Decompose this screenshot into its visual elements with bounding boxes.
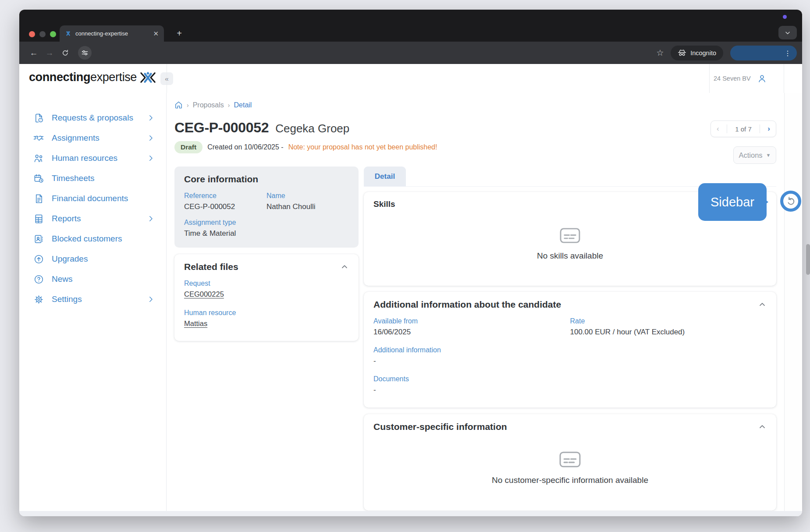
- sidebar-item-timesheets[interactable]: Timesheets: [19, 168, 166, 188]
- reference-value: CEG-P-000052: [184, 202, 266, 211]
- company-name: 24 Seven BV: [714, 75, 751, 82]
- capture-step-bubble[interactable]: [780, 191, 801, 212]
- status-badge: Draft: [174, 141, 202, 153]
- tab-title: connecting-expertise: [75, 30, 153, 37]
- close-window-button[interactable]: [29, 31, 35, 37]
- sidebar-tooltip-label: Sidebar: [711, 195, 754, 209]
- collapse-chevron-up-icon[interactable]: [758, 300, 767, 309]
- sidebar-item-label: Settings: [52, 294, 139, 304]
- chevron-right-icon: [147, 134, 155, 142]
- document-question-icon: ?: [33, 113, 44, 123]
- additional-information-label: Additional information: [373, 346, 767, 354]
- bookmark-star-icon[interactable]: ☆: [654, 47, 666, 59]
- assignment-type-field: Assignment type Time & Material: [184, 219, 349, 238]
- tab-search-button[interactable]: [778, 26, 797, 39]
- svg-text:?: ?: [40, 118, 42, 121]
- sidebar-item-news[interactable]: News: [19, 269, 166, 289]
- chevron-right-icon: [147, 295, 155, 303]
- breadcrumb-detail: Detail: [234, 101, 252, 109]
- connecting-expertise-logo: connectingexpertise: [29, 71, 156, 84]
- related-files-card: Related files Request CEG000225 Human re…: [174, 254, 359, 341]
- reference-label: Reference: [184, 192, 266, 200]
- new-tab-button[interactable]: +: [174, 28, 185, 39]
- home-icon[interactable]: [174, 101, 183, 109]
- human-resource-link[interactable]: Mattias: [184, 319, 349, 328]
- page-scrollbar-thumb[interactable]: [806, 244, 810, 275]
- incognito-icon: [678, 49, 686, 57]
- gear-icon: [33, 294, 44, 305]
- sidebar-item-label: Reports: [52, 214, 139, 223]
- browser-menu-icon[interactable]: ⋮: [784, 49, 791, 57]
- site-favicon: [65, 31, 71, 36]
- logo-text-light: expertise: [90, 71, 137, 84]
- sidebar-item-label: Blocked customers: [52, 234, 155, 244]
- header-divider: [709, 64, 710, 93]
- assignment-type-label: Assignment type: [184, 219, 349, 227]
- breadcrumb: › Proposals › Detail: [174, 101, 776, 109]
- back-button[interactable]: ←: [28, 47, 39, 59]
- minimize-window-button[interactable]: [39, 31, 46, 37]
- customer-specific-card: Customer-specific information No custome…: [364, 414, 776, 511]
- company-switcher[interactable]: 24 Seven BV: [714, 64, 767, 93]
- rate-field: Rate 100.00 EUR / hour (VAT Excluded): [570, 317, 767, 337]
- actions-button[interactable]: Actions ▼: [733, 146, 776, 164]
- name-label: Name: [266, 192, 349, 200]
- available-from-field: Available from 16/06/2025: [373, 317, 570, 337]
- sidebar-item-label: Human resources: [52, 153, 139, 163]
- status-row: Draft Created on 10/06/2025 - Note: your…: [174, 141, 776, 153]
- incognito-badge: Incognito: [671, 46, 723, 60]
- sidebar-item-requests-proposals[interactable]: ? Requests & proposals: [19, 108, 166, 128]
- chevron-right-icon: [147, 154, 155, 162]
- handshake-icon: [33, 133, 44, 143]
- tab-detail[interactable]: Detail: [364, 167, 406, 186]
- traffic-lights: [29, 31, 56, 37]
- actions-label: Actions: [739, 151, 763, 160]
- pager-next-icon[interactable]: ›: [767, 124, 770, 133]
- sidebar-item-blocked-customers[interactable]: Blocked customers: [19, 229, 166, 249]
- sidebar-item-upgrades[interactable]: Upgrades: [19, 249, 166, 269]
- forward-button[interactable]: →: [44, 47, 55, 59]
- tab-close-icon[interactable]: ✕: [153, 30, 159, 37]
- sidebar-item-label: Requests & proposals: [52, 113, 139, 123]
- additional-info-card: Additional information about the candida…: [364, 292, 776, 408]
- browser-tab[interactable]: connecting-expertise ✕: [60, 25, 164, 42]
- header-divider: [167, 64, 167, 93]
- chevron-right-icon: [147, 114, 155, 122]
- collapse-chevron-up-icon[interactable]: [758, 422, 767, 431]
- unpublished-note: Note: your proposal has not yet been pub…: [288, 143, 437, 151]
- browser-toolbar: ← → ☆ Incognito ⋮: [19, 42, 802, 64]
- collapse-chevron-up-icon[interactable]: [340, 262, 349, 271]
- rate-label: Rate: [570, 317, 767, 325]
- reload-button[interactable]: [60, 47, 71, 59]
- caret-down-icon: ▼: [766, 153, 771, 158]
- profile-pill[interactable]: ⋮: [730, 46, 797, 60]
- right-sidebar-gutter[interactable]: [784, 93, 802, 511]
- upgrade-circle-icon: [33, 254, 44, 264]
- browser-titlebar: connecting-expertise ✕ +: [19, 10, 802, 42]
- request-link[interactable]: CEG000225: [184, 290, 349, 298]
- human-resource-label: Human resource: [184, 309, 349, 317]
- assignment-type-value: Time & Material: [184, 229, 349, 238]
- window-bottom-strip: [19, 511, 802, 516]
- left-sidebar: ? Requests & proposals Assignments Human…: [19, 93, 167, 511]
- sidebar-item-settings[interactable]: Settings: [19, 289, 166, 309]
- human-resource-field: Human resource Mattias: [184, 309, 349, 328]
- sidebar-item-assignments[interactable]: Assignments: [19, 128, 166, 148]
- request-label: Request: [184, 280, 349, 287]
- pager-prev-icon[interactable]: ‹: [717, 124, 719, 133]
- breadcrumb-proposals[interactable]: Proposals: [193, 101, 224, 109]
- related-files-title: Related files: [184, 262, 238, 272]
- available-from-value: 16/06/2025: [373, 328, 570, 337]
- rate-value: 100.00 EUR / hour (VAT Excluded): [570, 328, 767, 337]
- chevron-right-icon: [147, 215, 155, 223]
- main-content: › Proposals › Detail CEG-P-000052 Cegeka…: [167, 93, 784, 511]
- documents-value: -: [373, 386, 767, 394]
- created-text: Created on 10/06/2025 -: [207, 143, 283, 151]
- sidebar-item-human-resources[interactable]: Human resources: [19, 148, 166, 168]
- sidebar-item-financial-documents[interactable]: Financial documents: [19, 188, 166, 209]
- name-field: Name Nathan Choulli: [266, 192, 349, 211]
- sidebar-item-reports[interactable]: Reports: [19, 209, 166, 229]
- search-tune-icon[interactable]: [78, 46, 92, 60]
- zoom-window-button[interactable]: [50, 31, 56, 37]
- app-header: connectingexpertise « 24 Seven BV: [19, 64, 802, 93]
